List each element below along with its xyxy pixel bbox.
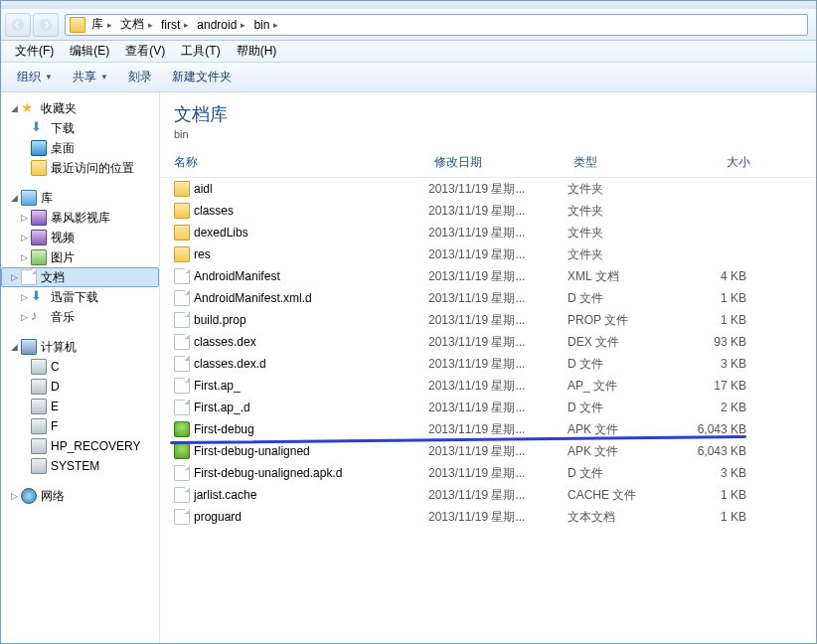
tree-label: 暴风影视库 — [51, 210, 110, 227]
file-row[interactable]: dexedLibs2013/11/19 星期...文件夹 — [160, 222, 816, 243]
file-name: jarlist.cache — [194, 488, 256, 502]
breadcrumb-segment[interactable]: bin▸ — [249, 15, 282, 35]
tree-node[interactable]: ▷视频 — [1, 228, 159, 247]
tree-node[interactable]: ⬇下载 — [1, 118, 159, 138]
file-type: 文本文档 — [568, 509, 677, 526]
folder-icon — [174, 246, 190, 262]
menu-item[interactable]: 工具(T) — [173, 41, 228, 62]
music-icon: ♪ — [31, 309, 47, 325]
tree-node[interactable]: 桌面 — [1, 138, 159, 158]
tree-label: 迅雷下载 — [51, 289, 98, 306]
disk-icon — [31, 379, 47, 395]
collapse-icon[interactable]: ◢ — [9, 193, 19, 203]
file-size: 17 KB — [677, 379, 756, 393]
file-row[interactable]: build.prop2013/11/19 星期...PROP 文件1 KB — [160, 309, 816, 331]
share-button[interactable]: 共享▼ — [63, 66, 118, 88]
back-button[interactable] — [5, 13, 31, 37]
file-row[interactable]: classes.dex2013/11/19 星期...DEX 文件93 KB — [160, 331, 816, 353]
column-headers: 名称 修改日期 类型 大小 — [160, 148, 816, 178]
file-icon — [21, 269, 37, 285]
breadcrumb-segment[interactable]: 文档▸ — [116, 15, 157, 35]
tree-label: D — [51, 380, 60, 394]
tree-node[interactable]: ▷♪音乐 — [1, 307, 159, 327]
net-icon — [21, 488, 37, 504]
tree-node[interactable]: ▷⬇迅雷下载 — [1, 287, 159, 307]
expand-icon[interactable]: ▷ — [19, 292, 29, 302]
file-size: 4 KB — [677, 269, 756, 283]
tree-label: 图片 — [51, 249, 75, 266]
collapse-icon[interactable]: ◢ — [9, 103, 19, 113]
file-row[interactable]: First-debug2013/11/19 星期...APK 文件6,043 K… — [160, 418, 816, 440]
chevron-right-icon: ▸ — [241, 20, 245, 30]
column-header-type[interactable]: 类型 — [568, 152, 677, 173]
tree-node[interactable]: SYSTEM — [1, 456, 159, 476]
chevron-right-icon: ▸ — [184, 20, 189, 30]
file-row[interactable]: classes.dex.d2013/11/19 星期...D 文件3 KB — [160, 353, 816, 375]
file-row[interactable]: First.ap_2013/11/19 星期...AP_ 文件17 KB — [160, 375, 816, 397]
breadcrumb-segment[interactable]: android▸ — [193, 15, 249, 35]
file-row[interactable]: proguard2013/11/19 星期...文本文档1 KB — [160, 506, 816, 528]
tree-node[interactable]: ▷网络 — [1, 486, 159, 506]
tree-node[interactable]: HP_RECOVERY — [1, 436, 159, 456]
expand-icon[interactable]: ▷ — [9, 272, 19, 282]
expand-icon[interactable]: ▷ — [19, 233, 29, 242]
tree-node[interactable]: ▷图片 — [1, 247, 159, 267]
file-row[interactable]: jarlist.cache2013/11/19 星期...CACHE 文件1 K… — [160, 484, 816, 506]
menu-item[interactable]: 文件(F) — [7, 41, 62, 62]
breadcrumb-segment[interactable]: first▸ — [157, 15, 193, 35]
tree-node[interactable]: ▷暴风影视库 — [1, 208, 159, 228]
tree-node[interactable]: ▷文档 — [1, 267, 159, 287]
expand-icon[interactable]: ▷ — [9, 491, 19, 501]
file-name: First-debug — [194, 422, 254, 436]
tree-node[interactable]: ◢计算机 — [1, 337, 159, 357]
file-name: classes.dex.d — [194, 357, 266, 371]
file-row[interactable]: AndroidManifest.xml.d2013/11/19 星期...D 文… — [160, 287, 816, 309]
column-header-name[interactable]: 名称 — [160, 152, 428, 173]
file-row[interactable]: First-debug-unaligned.apk.d2013/11/19 星期… — [160, 462, 816, 484]
tree-node[interactable]: E — [1, 397, 159, 416]
file-row[interactable]: First-debug-unaligned2013/11/19 星期...APK… — [160, 440, 816, 462]
expand-icon[interactable]: ▷ — [19, 312, 29, 322]
file-row[interactable]: classes2013/11/19 星期...文件夹 — [160, 200, 816, 222]
navigation-pane: ◢★收藏夹⬇下载桌面最近访问的位置◢库▷暴风影视库▷视频▷图片▷文档▷⬇迅雷下载… — [1, 92, 160, 643]
column-header-date[interactable]: 修改日期 — [428, 152, 568, 173]
file-type: PROP 文件 — [568, 312, 677, 329]
tree-node[interactable]: 最近访问的位置 — [1, 158, 159, 178]
file-date: 2013/11/19 星期... — [428, 181, 568, 198]
tree-node[interactable]: F — [1, 416, 159, 436]
file-row[interactable]: First.ap_.d2013/11/19 星期...D 文件2 KB — [160, 397, 816, 418]
file-row[interactable]: res2013/11/19 星期...文件夹 — [160, 243, 816, 265]
file-date: 2013/11/19 星期... — [428, 268, 568, 285]
svg-point-1 — [40, 18, 52, 30]
new-folder-button[interactable]: 新建文件夹 — [162, 66, 242, 88]
disk-icon — [31, 438, 47, 454]
tree-node[interactable]: D — [1, 377, 159, 397]
file-row[interactable]: AndroidManifest2013/11/19 星期...XML 文档4 K… — [160, 265, 816, 287]
menu-item[interactable]: 查看(V) — [117, 41, 173, 62]
file-row[interactable]: aidl2013/11/19 星期...文件夹 — [160, 178, 816, 200]
organize-button[interactable]: 组织▼ — [7, 66, 63, 88]
breadcrumb-segment[interactable]: 库▸ — [87, 15, 116, 35]
file-size: 6,043 KB — [677, 444, 756, 458]
forward-button[interactable] — [33, 13, 59, 37]
tree-node[interactable]: C — [1, 357, 159, 377]
file-icon — [174, 465, 190, 481]
collapse-icon[interactable]: ◢ — [9, 342, 19, 352]
address-bar[interactable]: 库▸文档▸first▸android▸bin▸ — [65, 14, 808, 36]
content-pane: 文档库 bin 名称 修改日期 类型 大小 aidl2013/11/19 星期.… — [160, 92, 816, 643]
tree-label: 音乐 — [51, 309, 75, 326]
menu-item[interactable]: 编辑(E) — [62, 41, 117, 62]
file-icon — [174, 400, 190, 415]
file-type: D 文件 — [568, 465, 677, 482]
tree-label: 视频 — [51, 230, 75, 246]
burn-button[interactable]: 刻录 — [118, 66, 162, 88]
folder-icon — [70, 17, 85, 33]
file-date: 2013/11/19 星期... — [428, 421, 568, 438]
tree-node[interactable]: ◢库 — [1, 188, 159, 208]
expand-icon[interactable]: ▷ — [19, 252, 29, 262]
column-header-size[interactable]: 大小 — [677, 152, 756, 173]
expand-icon[interactable]: ▷ — [19, 213, 29, 223]
menu-item[interactable]: 帮助(H) — [229, 41, 285, 62]
tree-node[interactable]: ◢★收藏夹 — [1, 98, 159, 118]
tree-label: C — [51, 360, 60, 374]
